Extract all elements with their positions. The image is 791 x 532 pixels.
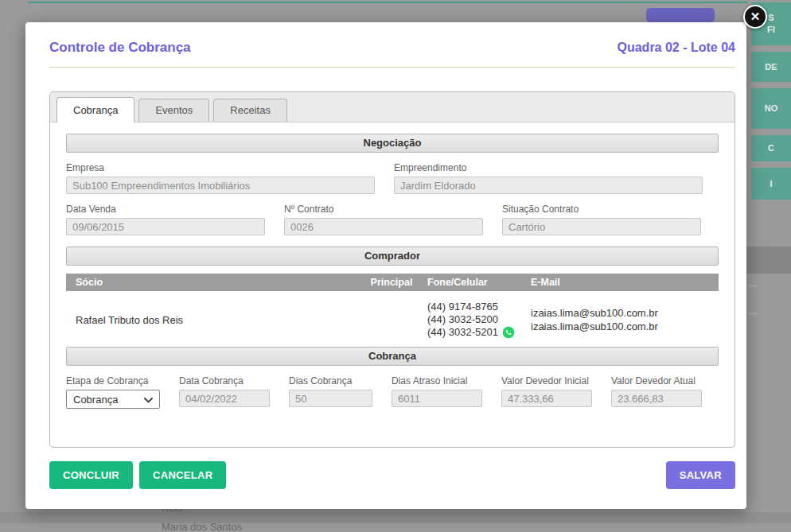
situacao-contrato-input <box>502 218 701 235</box>
field-situacao-contrato: Situação Contrato <box>502 204 701 235</box>
tab-content: Negociação Empresa Empreendimento Data V… <box>50 122 734 409</box>
phone-number-whatsapp-row: (44) 3032-5201 <box>427 326 531 339</box>
background-table-header-band <box>746 247 791 274</box>
dias-cobranca-label: Dias Cobrança <box>289 375 372 386</box>
concluir-button[interactable]: CONCLUIR <box>49 461 133 489</box>
background-sidebar: S FI DE NO C I <box>751 2 791 200</box>
empresa-input <box>66 177 375 194</box>
chevron-down-icon <box>144 394 153 406</box>
empreendimento-label: Empreendimento <box>394 162 703 173</box>
column-socio: Sócio <box>66 274 356 291</box>
data-venda-label: Data Venda <box>66 204 265 215</box>
field-dias-atraso-inicial: Dias Atraso Inicial <box>392 375 482 409</box>
sidebar-button-3[interactable]: NO <box>751 88 791 129</box>
etapa-cobranca-select[interactable]: Cobrança <box>66 390 160 409</box>
situacao-contrato-label: Situação Contrato <box>502 204 701 215</box>
tab-receitas[interactable]: Receitas <box>213 99 287 122</box>
whatsapp-icon[interactable] <box>502 326 515 339</box>
background-row-text: Maria dos Santos <box>162 521 242 532</box>
cancelar-button[interactable]: CANCELAR <box>139 461 226 489</box>
field-empreendimento: Empreendimento <box>394 162 703 194</box>
field-etapa-cobranca: Etapa de Cobrança Cobrança <box>66 375 160 409</box>
column-email: E-Mail <box>531 274 719 291</box>
field-valor-devedor-inicial: Valor Devedor Inicial <box>501 375 592 409</box>
dias-atraso-inicial-input <box>392 390 482 407</box>
email-address: izaias.lima@sub100.com.br <box>531 320 719 333</box>
field-data-venda: Data Venda <box>66 204 265 235</box>
etapa-cobranca-selected-value: Cobrança <box>73 394 118 406</box>
close-icon[interactable]: ✕ <box>743 5 767 29</box>
header-divider <box>49 67 735 68</box>
background-row-mark <box>749 285 757 287</box>
sidebar-button-4-line1: C <box>751 142 791 154</box>
valor-devedor-atual-label: Valor Devedor Atual <box>611 375 702 386</box>
phone-number: (44) 3032-5200 <box>427 313 531 326</box>
phone-list: (44) 9174-8765 (44) 3032-5200 (44) 3032-… <box>427 301 531 339</box>
lot-identifier: Quadra 02 - Lote 04 <box>618 41 736 55</box>
salvar-button[interactable]: SALVAR <box>666 461 735 489</box>
column-fone-celular: Fone/Celular <box>427 274 531 291</box>
background-page-topbar-line <box>28 2 748 3</box>
valor-devedor-inicial-input <box>501 390 592 407</box>
section-negociacao: Negociação <box>66 134 719 153</box>
controle-de-cobranca-modal: Controle de Cobrança Quadra 02 - Lote 04… <box>25 22 746 509</box>
etapa-cobranca-label: Etapa de Cobrança <box>66 375 160 386</box>
dias-atraso-inicial-label: Dias Atraso Inicial <box>392 375 482 386</box>
field-dias-cobranca: Dias Cobrança <box>289 375 372 409</box>
sidebar-button-5-line1: I <box>751 178 791 190</box>
valor-devedor-inicial-label: Valor Devedor Inicial <box>501 375 592 386</box>
dias-cobranca-input <box>289 390 372 407</box>
background-purple-button <box>646 8 715 22</box>
field-valor-devedor-atual: Valor Devedor Atual <box>611 375 702 409</box>
field-data-cobranca: Data Cobrança <box>179 375 270 409</box>
modal-footer: CONCLUIR CANCELAR SALVAR <box>49 461 735 489</box>
tab-strip: Cobrança Eventos Receitas <box>50 92 734 122</box>
sidebar-button-5[interactable]: I <box>751 168 791 200</box>
section-comprador: Comprador <box>66 247 719 266</box>
comprador-table-row: Rafael Tributo dos Reis (44) 9174-8765 (… <box>66 291 719 347</box>
email-address: izaias.lima@sub100.com.br <box>531 306 719 320</box>
comprador-table-header: Sócio Principal Fone/Celular E-Mail <box>66 274 719 291</box>
data-cobranca-input <box>179 390 270 407</box>
data-venda-input <box>66 218 265 235</box>
empresa-label: Empresa <box>66 162 375 173</box>
field-n-contrato: Nº Contrato <box>284 204 483 235</box>
email-list: izaias.lima@sub100.com.br izaias.lima@su… <box>531 306 719 333</box>
tab-eventos[interactable]: Eventos <box>138 99 209 122</box>
sidebar-button-3-line1: NO <box>751 103 791 115</box>
n-contrato-label: Nº Contrato <box>284 204 483 215</box>
background-table-row-band <box>0 512 791 523</box>
data-cobranca-label: Data Cobrança <box>179 375 270 386</box>
sidebar-button-2[interactable]: DE <box>751 52 791 82</box>
modal-header: Controle de Cobrança Quadra 02 - Lote 04 <box>49 40 735 56</box>
valor-devedor-atual-input <box>611 390 702 407</box>
tab-container: Cobrança Eventos Receitas Negociação Emp… <box>49 91 735 448</box>
tab-cobranca[interactable]: Cobrança <box>56 97 134 122</box>
background-row-mark <box>749 313 757 315</box>
empreendimento-input <box>394 177 703 194</box>
phone-number: (44) 3032-5201 <box>427 326 498 339</box>
phone-number: (44) 9174-8765 <box>427 301 531 313</box>
sidebar-button-4[interactable]: C <box>751 135 791 161</box>
sidebar-button-2-line2: DE <box>751 61 791 73</box>
n-contrato-input <box>284 218 483 235</box>
section-cobranca: Cobrança <box>66 347 719 366</box>
column-principal: Principal <box>356 274 427 291</box>
field-empresa: Empresa <box>66 162 375 194</box>
modal-title: Controle de Cobrança <box>49 40 191 56</box>
socio-name: Rafael Tributo dos Reis <box>66 314 356 326</box>
